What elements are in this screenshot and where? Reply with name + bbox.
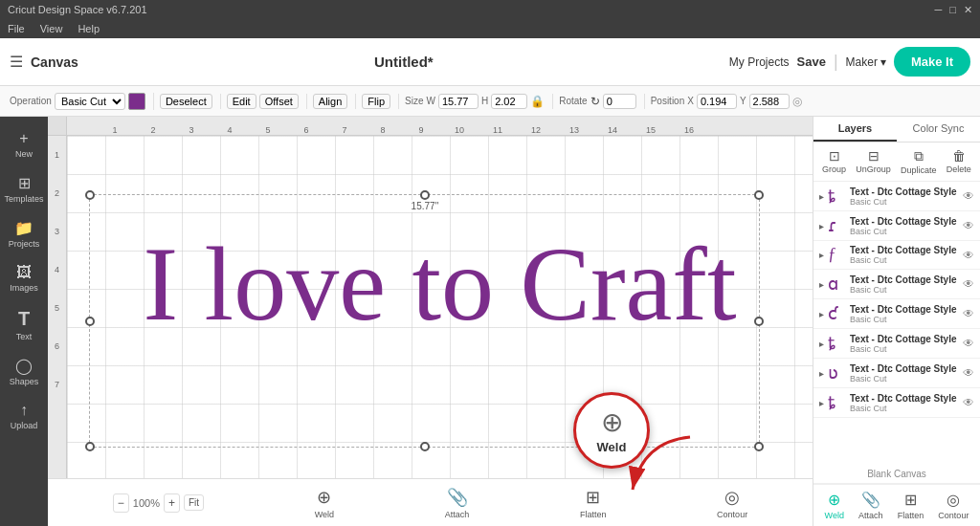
save-button[interactable]: Save [797, 55, 826, 69]
sidebar-item-new[interactable]: + New [3, 124, 45, 164]
layer-visibility-icon[interactable]: 👁 [963, 189, 974, 203]
projects-icon: 📁 [14, 219, 33, 237]
layer-visibility-icon[interactable]: 👁 [963, 277, 974, 291]
deselect-group: Deselect [160, 94, 221, 109]
zoom-out-btn[interactable]: − [113, 493, 129, 513]
my-projects-button[interactable]: My Projects [729, 55, 790, 69]
templates-icon: ⊞ [18, 174, 31, 192]
contour-bottom-icon: ◎ [724, 487, 740, 508]
minimize-btn[interactable]: ─ [935, 4, 943, 15]
layer-sub: Basic Cut [850, 404, 960, 413]
delete-btn[interactable]: 🗑 Delete [943, 146, 975, 177]
offset-button[interactable]: Offset [259, 94, 299, 109]
layer-sub: Basic Cut [850, 285, 960, 295]
selection-handle-tc[interactable] [420, 190, 430, 200]
layer-item[interactable]: ▸ ȶ Text - Dtc Cottage Style Basic Cut 👁 [813, 388, 980, 418]
rotate-icon: ↻ [590, 95, 600, 108]
fit-btn[interactable]: Fit [184, 494, 204, 511]
layer-item[interactable]: ▸ ƈ Text - Dtc Cottage Style Basic Cut 👁 [813, 299, 980, 329]
layer-info: Text - Dtc Cottage Style Basic Cut [850, 334, 960, 354]
attach-bottom-btn[interactable]: 📎 Attach [445, 487, 470, 519]
maximize-btn[interactable]: □ [949, 4, 956, 15]
weld-label: Weld [597, 440, 627, 454]
layer-visibility-icon[interactable]: 👁 [963, 307, 974, 320]
selection-handle-mr[interactable] [754, 317, 764, 326]
tab-color-sync[interactable]: Color Sync [897, 117, 980, 142]
layer-visibility-icon[interactable]: 👁 [963, 249, 974, 262]
rotate-input[interactable] [603, 94, 636, 109]
menu-file[interactable]: File [8, 23, 25, 34]
sidebar-item-text[interactable]: T Text [3, 302, 45, 347]
dimension-label: 15.77" [408, 200, 443, 212]
layer-visibility-icon[interactable]: 👁 [963, 366, 974, 380]
layer-visibility-icon[interactable]: 👁 [963, 337, 974, 350]
sidebar-item-templates[interactable]: ⊞ Templates [3, 168, 45, 209]
close-btn[interactable]: ✕ [964, 4, 972, 16]
layer-item[interactable]: ▸ ȶ Text - Dtc Cottage Style Basic Cut 👁 [813, 329, 980, 359]
flatten-bottom-btn[interactable]: ⊞ Flatten [580, 487, 607, 519]
layer-visibility-icon[interactable]: 👁 [963, 396, 974, 409]
menu-view[interactable]: View [40, 23, 63, 34]
zoom-in-btn[interactable]: + [164, 493, 180, 513]
layer-name: Text - Dtc Cottage Style [850, 304, 960, 315]
layer-info: Text - Dtc Cottage Style Basic Cut [850, 216, 960, 236]
selection-handle-bc[interactable] [420, 442, 430, 451]
sidebar-item-upload[interactable]: ↑ Upload [3, 396, 45, 436]
flatten-panel-label: Flatten [898, 511, 924, 520]
make-it-button[interactable]: Make It [894, 47, 970, 77]
sidebar-item-images[interactable]: 🖼 Images [3, 258, 45, 298]
layer-item[interactable]: ▸ ȶ Text - Dtc Cottage Style Basic Cut 👁 [813, 182, 980, 211]
lock-icon: 🔒 [530, 95, 545, 108]
tab-layers[interactable]: Layers [813, 117, 897, 142]
edit-button[interactable]: Edit [227, 94, 256, 109]
layer-item[interactable]: ▸ ƒ Text - Dtc Cottage Style Basic Cut 👁 [813, 241, 980, 270]
flip-button[interactable]: Flip [362, 94, 390, 109]
group-btn[interactable]: ⊡ Group [818, 146, 850, 177]
position-group: Position X Y ◎ [651, 94, 810, 109]
flatten-panel-btn[interactable]: ⊞ Flatten [898, 491, 924, 520]
attach-panel-btn[interactable]: 📎 Attach [858, 491, 883, 520]
sidebar-upload-label: Upload [11, 421, 38, 430]
layer-sub: Basic Cut [850, 315, 960, 324]
deselect-button[interactable]: Deselect [160, 94, 212, 109]
sidebar-item-shapes[interactable]: ◯ Shapes [3, 351, 45, 392]
maker-button[interactable]: Maker ▾ [846, 55, 886, 69]
menu-bar: File View Help [0, 19, 980, 38]
align-button[interactable]: Align [313, 94, 347, 109]
hamburger-button[interactable]: ☰ [10, 53, 23, 71]
ungroup-btn[interactable]: ⊟ UnGroup [852, 146, 895, 177]
layer-expand-icon: ▸ [819, 279, 824, 290]
canvas-area: 1 2 3 4 5 6 7 8 9 10 11 12 13 14 15 16 1… [48, 117, 813, 526]
weld-panel-btn[interactable]: ⊕ Weld [825, 491, 844, 520]
menu-help[interactable]: Help [78, 23, 100, 34]
selection-handle-tl[interactable] [85, 190, 95, 200]
weld-panel-label: Weld [825, 511, 844, 520]
title-bar-left: Cricut Design Space v6.7.201 [8, 4, 147, 15]
ruler-left: 1 2 3 4 5 6 7 [48, 136, 67, 526]
canvas-text[interactable]: I love to Craft [143, 224, 736, 345]
layer-item[interactable]: ▸ ɑ Text - Dtc Cottage Style Basic Cut 👁 [813, 270, 980, 299]
align-group: Align [313, 94, 356, 109]
layer-item[interactable]: ▸ ʋ Text - Dtc Cottage Style Basic Cut 👁 [813, 359, 980, 388]
sidebar-item-projects[interactable]: 📁 Projects [3, 213, 45, 254]
group-icon: ⊡ [829, 148, 840, 164]
selection-handle-ml[interactable] [85, 317, 95, 326]
operation-select[interactable]: Basic Cut [55, 93, 125, 110]
weld-bottom-btn[interactable]: ⊕ Weld [315, 487, 334, 519]
operation-label: Operation [10, 96, 52, 106]
color-swatch[interactable] [128, 93, 145, 110]
duplicate-btn[interactable]: ⧉ Duplicate [897, 146, 941, 177]
width-input[interactable] [438, 94, 479, 109]
zoom-controls: − 100% + Fit [113, 493, 204, 513]
contour-bottom-btn[interactable]: ◎ Contour [717, 487, 747, 519]
layer-expand-icon: ▸ [819, 368, 824, 379]
layer-info: Text - Dtc Cottage Style Basic Cut [850, 363, 960, 384]
y-input[interactable] [749, 94, 790, 109]
layer-item[interactable]: ▸ ɾ Text - Dtc Cottage Style Basic Cut 👁 [813, 211, 980, 241]
height-input[interactable] [491, 94, 527, 109]
contour-panel-btn[interactable]: ◎ Contour [938, 491, 969, 520]
layer-info: Text - Dtc Cottage Style Basic Cut [850, 304, 960, 324]
layer-visibility-icon[interactable]: 👁 [963, 219, 974, 232]
layer-name: Text - Dtc Cottage Style [850, 393, 960, 404]
x-input[interactable] [697, 94, 737, 109]
